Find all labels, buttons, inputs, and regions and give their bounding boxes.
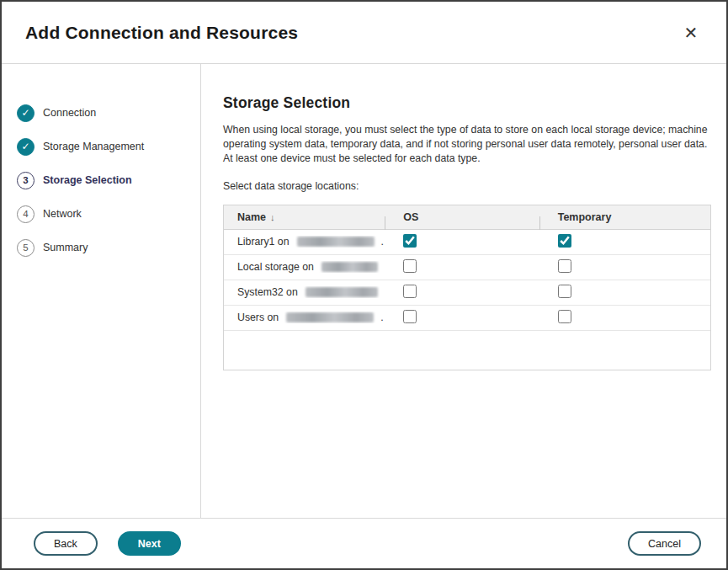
column-temporary-label: Temporary [558, 211, 612, 223]
os-cell [385, 310, 539, 326]
step-network[interactable]: 4 Network [17, 197, 200, 231]
back-button[interactable]: Back [34, 531, 98, 556]
storage-name-text: Library1 on [237, 236, 290, 248]
page-title: Storage Selection [223, 94, 711, 112]
temporary-checkbox[interactable] [558, 310, 571, 323]
close-icon[interactable]: ✕ [679, 21, 703, 45]
os-checkbox[interactable] [403, 259, 417, 273]
storage-name-cell: System32 on [224, 286, 385, 298]
os-checkbox[interactable] [403, 310, 417, 323]
column-os-label: OS [403, 211, 418, 223]
step-storage-management[interactable]: ✓ Storage Management [17, 130, 200, 163]
column-header-temporary[interactable]: Temporary [539, 211, 710, 223]
next-button[interactable]: Next [118, 531, 181, 556]
table-row: Library1 on. [224, 230, 710, 255]
step-check-icon: ✓ [17, 104, 35, 122]
step-number-icon: 4 [17, 205, 35, 223]
step-label: Network [43, 208, 82, 220]
column-header-name[interactable]: Name ↓ [224, 211, 385, 223]
redacted-server-name [286, 312, 374, 322]
temporary-cell [539, 259, 710, 275]
storage-name-cell: Local storage on [224, 261, 385, 273]
redacted-server-name [297, 237, 375, 247]
step-number-icon: 5 [17, 239, 35, 257]
dialog-title: Add Connection and Resources [25, 23, 298, 43]
cancel-button[interactable]: Cancel [628, 531, 701, 556]
temporary-checkbox[interactable] [558, 285, 571, 298]
table-row: Users on. [224, 306, 710, 331]
step-label: Storage Selection [43, 174, 132, 186]
description-text: When using local storage, you must selec… [223, 123, 711, 166]
step-number-icon: 3 [17, 172, 35, 189]
storage-name-cell: Users on. [224, 312, 385, 323]
column-header-os[interactable]: OS [385, 211, 539, 223]
table-row: System32 on [224, 280, 710, 306]
step-connection[interactable]: ✓ Connection [17, 96, 200, 130]
step-label: Connection [43, 107, 96, 119]
os-cell [385, 285, 539, 301]
temporary-cell [539, 234, 710, 250]
wizard-steps-sidebar: ✓ Connection ✓ Storage Management 3 Stor… [2, 64, 201, 518]
redacted-server-name [306, 287, 378, 297]
select-locations-label: Select data storage locations: [223, 180, 711, 192]
temporary-checkbox[interactable] [558, 259, 571, 273]
table-header-row: Name ↓ OS Temporary [224, 205, 710, 230]
step-summary[interactable]: 5 Summary [17, 231, 200, 264]
storage-locations-table: Name ↓ OS Temporary Library1 on. [223, 205, 711, 370]
add-connection-resources-dialog: Add Connection and Resources ✕ ✓ Connect… [0, 0, 728, 570]
os-checkbox[interactable] [403, 234, 417, 248]
storage-name-suffix: . [380, 312, 383, 323]
table-row: Local storage on [224, 255, 710, 280]
sort-descending-icon: ↓ [270, 212, 275, 222]
storage-name-text: System32 on [237, 286, 298, 298]
step-storage-selection[interactable]: 3 Storage Selection [17, 163, 200, 197]
step-check-icon: ✓ [17, 138, 35, 156]
step-label: Storage Management [43, 141, 144, 152]
dialog-footer: Back Next Cancel [2, 518, 726, 568]
step-label: Summary [43, 242, 88, 253]
os-checkbox[interactable] [403, 285, 417, 298]
os-cell [385, 259, 539, 275]
os-cell [385, 234, 539, 250]
storage-name-text: Local storage on [237, 261, 314, 273]
column-name-label: Name [237, 211, 266, 223]
temporary-cell [539, 285, 710, 301]
storage-name-text: Users on [237, 312, 279, 323]
temporary-cell [539, 310, 710, 326]
table-empty-area [224, 331, 710, 370]
redacted-server-name [321, 262, 378, 272]
storage-selection-panel: Storage Selection When using local stora… [201, 64, 728, 518]
storage-name-suffix: . [381, 236, 384, 248]
storage-name-cell: Library1 on. [224, 236, 385, 248]
temporary-checkbox[interactable] [558, 234, 571, 248]
dialog-header: Add Connection and Resources ✕ [2, 2, 726, 64]
